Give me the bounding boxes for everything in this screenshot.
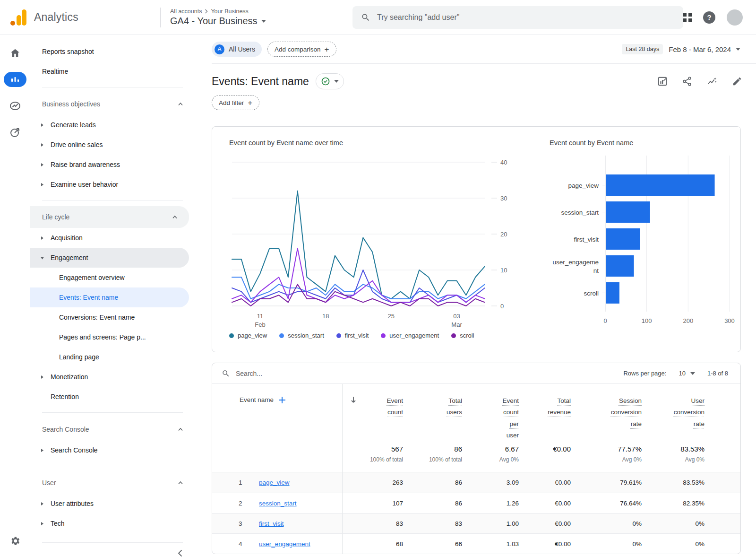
add-filter-button[interactable]: Add filter + [212, 95, 259, 110]
event-name-link[interactable]: page_view [259, 479, 290, 486]
column-header-event-name[interactable]: Event name [212, 384, 343, 441]
avatar[interactable] [727, 9, 743, 26]
sidebar-item-generate-leads[interactable]: Generate leads [30, 115, 195, 135]
add-comparison-label: Add comparison [275, 46, 321, 53]
sidebar-item-user-attributes[interactable]: User attributes [30, 494, 195, 513]
insights-icon[interactable] [706, 76, 718, 87]
table-search[interactable] [222, 369, 623, 378]
sidebar-item-reports-snapshot[interactable]: Reports snapshot [30, 42, 195, 61]
sidebar-item-events-event-name[interactable]: Events: Event name [30, 287, 189, 307]
row-rank: 4 [212, 534, 255, 554]
analytics-logo-icon [10, 9, 27, 26]
sidebar-item-realtime[interactable]: Realtime [30, 61, 195, 81]
account-breadcrumb-block[interactable]: All accounts Your Business GA4 - Your Bu… [170, 8, 288, 26]
column-header-event-count[interactable]: Event count [364, 384, 403, 441]
column-header-label: Event count per user [502, 397, 519, 439]
sidebar-section-search-console[interactable]: Search Console [30, 418, 195, 440]
add-comparison-button[interactable]: Add comparison + [267, 42, 336, 57]
row-metric-value: 1.26 [462, 493, 519, 513]
rail-home-icon[interactable] [6, 45, 25, 61]
rail-reports-icon[interactable] [4, 72, 26, 87]
google-apps-icon[interactable] [683, 13, 692, 22]
legend-label: first_visit [345, 332, 369, 339]
sidebar-item-landing-page[interactable]: Landing page [30, 347, 195, 367]
table-header-row: Event nameEvent countTotal usersEvent co… [212, 384, 740, 441]
sidebar-section-life-cycle[interactable]: Life cycle [30, 206, 189, 228]
sidebar-item-monetization[interactable]: Monetization [30, 367, 195, 387]
column-header-session-conversion-rate[interactable]: Session conversion rate [571, 384, 642, 441]
row-metric-value: €0.00 [519, 513, 571, 533]
totals-cell: 77.57%Avg 0% [571, 441, 642, 472]
audience-chip-all-users[interactable]: A All Users [212, 42, 262, 57]
property-selector[interactable]: GA4 - Your Business [170, 16, 288, 26]
svg-text:03: 03 [453, 313, 460, 320]
totals-cell: 567100% of total [364, 441, 403, 472]
sort-descending-icon[interactable] [343, 384, 364, 441]
bar-chart-title: Event count by Event name [550, 139, 740, 147]
data-quality-badge[interactable] [316, 73, 344, 89]
search-icon [222, 369, 230, 378]
column-header-user-conversion-rate[interactable]: User conversion rate [642, 384, 740, 441]
event-name-link[interactable]: first_visit [259, 520, 284, 527]
sidebar-section-label: Life cycle [42, 213, 69, 221]
svg-text:300: 300 [724, 317, 735, 324]
rows-per-page-select[interactable]: 10 [679, 370, 695, 377]
breadcrumb: All accounts Your Business [170, 8, 288, 15]
row-metric-value: 1.03 [462, 534, 519, 554]
left-icon-rail [0, 35, 30, 557]
chevron-up-icon [178, 427, 183, 431]
sidebar-item-engagement[interactable]: Engagement [30, 248, 189, 268]
table-search-input[interactable] [236, 370, 425, 377]
event-name-link[interactable]: user_engagement [259, 540, 310, 548]
sidebar-item-search-console[interactable]: Search Console [30, 440, 195, 460]
rail-advertising-icon[interactable] [6, 125, 25, 140]
chevron-left-icon [178, 549, 182, 557]
report-title-row: Events: Event name [212, 73, 756, 89]
global-search-input[interactable] [377, 13, 661, 22]
legend-label: scroll [460, 332, 474, 339]
sidebar-item-pages-and-screens-page-p[interactable]: Pages and screens: Page p... [30, 327, 195, 347]
edit-icon[interactable] [732, 76, 742, 87]
row-metric-value: €0.00 [519, 534, 571, 554]
svg-text:100: 100 [642, 317, 652, 324]
sidebar-item-tech[interactable]: Tech [30, 513, 195, 533]
row-metric-value: 83 [364, 513, 403, 533]
collapse-sidebar-button[interactable] [30, 543, 195, 557]
table-toolbar: Rows per page: 10 1-8 of 8 [212, 363, 740, 384]
sidebar-section-business-objectives[interactable]: Business objectives [30, 93, 195, 115]
sidebar-section-user[interactable]: User [30, 472, 195, 494]
share-icon[interactable] [682, 76, 692, 87]
date-range-picker[interactable]: Last 28 days Feb 8 - Mar 6, 2024 [622, 44, 756, 54]
logo-block[interactable]: Analytics [0, 9, 160, 26]
customize-report-icon[interactable] [657, 76, 668, 87]
svg-text:nt: nt [593, 267, 599, 274]
legend-item-session_start: session_start [279, 332, 324, 339]
sidebar-item-drive-online-sales[interactable]: Drive online sales [30, 135, 195, 155]
sidebar-item-conversions-event-name[interactable]: Conversions: Event name [30, 307, 195, 327]
admin-gear-icon[interactable] [9, 535, 21, 548]
column-header-total-users[interactable]: Total users [403, 384, 462, 441]
sidebar-item-examine-user-behavior[interactable]: Examine user behavior [30, 174, 195, 194]
column-header-event-count-per-user[interactable]: Event count per user [462, 384, 519, 441]
row-metric-value: 263 [364, 472, 403, 493]
sidebar-item-label: Acquisition [51, 234, 83, 242]
help-icon[interactable]: ? [703, 11, 715, 24]
sidebar-item-label: Generate leads [51, 121, 96, 129]
add-dimension-icon[interactable] [278, 396, 286, 404]
line-chart-legend: page_viewsession_startfirst_visituser_en… [229, 332, 524, 339]
triangle-right-icon [40, 143, 44, 147]
event-name-link[interactable]: session_start [259, 500, 297, 507]
events-table-card: Rows per page: 10 1-8 of 8 Event nameEve… [212, 363, 741, 554]
sidebar-item-engagement-overview[interactable]: Engagement overview [30, 268, 195, 287]
sidebar-item-label: Drive online sales [51, 141, 103, 148]
triangle-right-icon [40, 522, 44, 526]
row-event-name: page_view [255, 472, 343, 493]
chevron-up-icon [178, 102, 183, 106]
rail-explore-icon[interactable] [6, 98, 25, 113]
sidebar-item-acquisition[interactable]: Acquisition [30, 228, 195, 248]
column-header-total-revenue[interactable]: Total revenue [519, 384, 571, 441]
sidebar-item-raise-brand-awareness[interactable]: Raise brand awareness [30, 155, 195, 174]
sidebar-item-retention[interactable]: Retention [30, 387, 195, 407]
row-metric-value: 83.53% [642, 472, 740, 493]
global-search[interactable] [352, 6, 683, 29]
